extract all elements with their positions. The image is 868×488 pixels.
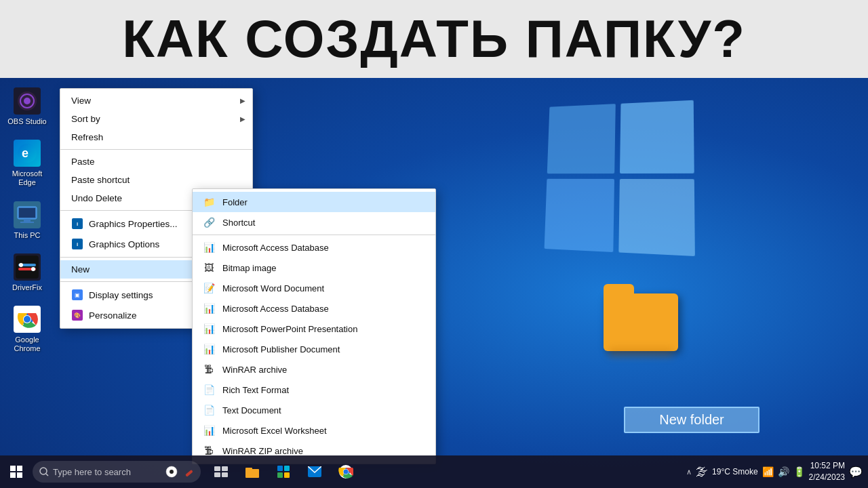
graphics-options-label: Graphics Options: [89, 239, 159, 249]
windows-logo-decoration: [542, 102, 732, 291]
taskbar-app-chrome[interactable]: [331, 457, 361, 487]
menu-item-view[interactable]: View: [60, 92, 252, 110]
submenu-item-text-doc[interactable]: 📄 Text Document: [193, 400, 435, 420]
ms-access-2-label: Microsoft Access Database: [222, 304, 329, 314]
menu-item-paste[interactable]: Paste: [60, 152, 252, 171]
taskbar-app-mail[interactable]: [300, 457, 330, 487]
thispc-label: This PC: [14, 231, 40, 240]
sidebar-item-obs-studio[interactable]: OBS Studio: [3, 85, 52, 129]
taskbar-app-task-view[interactable]: [206, 457, 236, 487]
battery-icon[interactable]: 🔋: [793, 466, 805, 477]
separator-1: [60, 149, 252, 150]
word-icon: 📝: [202, 281, 216, 295]
new-folder-label[interactable]: New folder: [624, 407, 760, 433]
submenu-item-bitmap[interactable]: 🖼 Bitmap image: [193, 258, 435, 278]
word-label: Microsoft Word Document: [222, 283, 324, 293]
menu-item-refresh[interactable]: Refresh: [60, 128, 252, 146]
taskbar-clock[interactable]: 10:52 PM 2/24/2023: [809, 460, 845, 483]
clock-date: 2/24/2023: [809, 472, 845, 483]
submenu-item-folder[interactable]: 📁 Folder: [193, 192, 435, 212]
sidebar: OBS Studio e Microsoft Edge: [0, 78, 54, 455]
svg-rect-34: [284, 466, 290, 471]
rtf-label: Rich Text Format: [222, 385, 289, 395]
submenu-item-powerpoint[interactable]: 📊 Microsoft PowerPoint Presentation: [193, 319, 435, 339]
start-button[interactable]: [0, 455, 33, 488]
menu-item-paste-shortcut[interactable]: Paste shortcut: [60, 171, 252, 189]
notification-icon[interactable]: 💬: [849, 466, 863, 479]
taskbar: ∧ 🌫 19°C Smoke 📶 🔊 🔋 10:52 PM 2/24/2023 …: [0, 455, 868, 488]
excel-icon: 📊: [202, 424, 216, 437]
obs-studio-icon: [14, 87, 41, 115]
winrar-icon: 🗜: [202, 363, 216, 376]
sidebar-item-chrome[interactable]: Google Chrome: [3, 303, 52, 356]
volume-icon[interactable]: 🔊: [778, 466, 789, 477]
ms-access-icon: 📊: [202, 241, 216, 254]
driverfix-icon: [14, 253, 41, 281]
edge-label: Microsoft Edge: [5, 169, 49, 187]
svg-rect-33: [277, 466, 283, 471]
svg-rect-27: [214, 466, 220, 471]
edge-icon: e: [14, 140, 41, 167]
svg-rect-35: [277, 472, 283, 478]
svg-text:e: e: [22, 146, 28, 160]
submenu-sep-1: [193, 235, 435, 235]
winrar-zip-label: WinRAR ZIP archive: [222, 446, 303, 456]
svg-point-13: [31, 267, 35, 271]
bitmap-label: Bitmap image: [222, 263, 276, 273]
sidebar-item-edge[interactable]: e Microsoft Edge: [3, 137, 52, 190]
new-submenu: 📁 Folder 🔗 Shortcut 📊 Microsoft Access D…: [192, 188, 436, 464]
svg-rect-7: [24, 219, 31, 222]
chrome-taskbar-icon: [338, 464, 353, 479]
submenu-item-excel[interactable]: 📊 Microsoft Excel Worksheet: [193, 420, 435, 441]
folder-icon: 📁: [202, 195, 216, 209]
graphics-properties-icon: i: [71, 218, 83, 230]
display-settings-icon: ▣: [71, 289, 83, 301]
pen-icon: [182, 466, 194, 478]
sort-by-label: Sort by: [71, 114, 100, 124]
submenu-item-shortcut[interactable]: 🔗 Shortcut: [193, 212, 435, 232]
sidebar-item-driverfix[interactable]: DriverFix: [3, 251, 52, 295]
refresh-label: Refresh: [71, 132, 103, 142]
submenu-item-rtf[interactable]: 📄 Rich Text Format: [193, 380, 435, 400]
taskbar-app-file-explorer[interactable]: [237, 457, 267, 487]
personalize-icon: 🎨: [71, 309, 83, 321]
submenu-item-ms-access[interactable]: 📊 Microsoft Access Database: [193, 237, 435, 258]
paste-shortcut-label: Paste shortcut: [71, 175, 130, 185]
excel-label: Microsoft Excel Worksheet: [222, 426, 327, 436]
svg-point-41: [344, 470, 349, 474]
svg-point-25: [170, 470, 174, 474]
sidebar-item-thispc[interactable]: This PC: [3, 199, 52, 243]
banner: КАК СОЗДАТЬ ПАПКУ?: [0, 0, 868, 78]
svg-point-17: [24, 316, 31, 323]
submenu-item-publisher[interactable]: 📊 Microsoft Publisher Document: [193, 339, 435, 359]
network-icon[interactable]: 📶: [762, 466, 774, 477]
submenu-item-ms-access-2[interactable]: 📊 Microsoft Access Database: [193, 298, 435, 319]
search-icon: [39, 467, 49, 476]
folder-label: Folder: [222, 197, 248, 207]
chrome-label: Google Chrome: [5, 336, 49, 353]
search-input[interactable]: [53, 467, 161, 477]
taskbar-system-tray: ∧ 🌫 19°C Smoke 📶 🔊 🔋 10:52 PM 2/24/2023 …: [686, 460, 868, 483]
svg-rect-26: [185, 470, 193, 477]
undo-delete-label: Undo Delete: [71, 193, 122, 203]
publisher-icon: 📊: [202, 342, 216, 356]
system-tray-arrow[interactable]: ∧: [686, 468, 692, 476]
clock-time: 10:52 PM: [809, 460, 845, 472]
task-view-icon: [214, 466, 228, 477]
svg-rect-9: [16, 256, 39, 279]
publisher-label: Microsoft Publisher Document: [222, 344, 340, 354]
thispc-icon: [14, 201, 41, 228]
taskbar-app-store[interactable]: [269, 457, 298, 487]
taskbar-search-box[interactable]: [33, 461, 201, 483]
svg-rect-6: [19, 208, 35, 218]
new-label: New: [71, 264, 90, 274]
obs-studio-label: OBS Studio: [7, 117, 46, 126]
svg-line-23: [46, 474, 48, 476]
rtf-icon: 📄: [202, 383, 216, 396]
menu-item-sort-by[interactable]: Sort by: [60, 110, 252, 128]
banner-title: КАК СОЗДАТЬ ПАПКУ?: [122, 8, 746, 70]
submenu-item-word[interactable]: 📝 Microsoft Word Document: [193, 278, 435, 298]
shortcut-label: Shortcut: [222, 218, 255, 228]
svg-rect-30: [222, 472, 228, 477]
submenu-item-winrar[interactable]: 🗜 WinRAR archive: [193, 359, 435, 380]
